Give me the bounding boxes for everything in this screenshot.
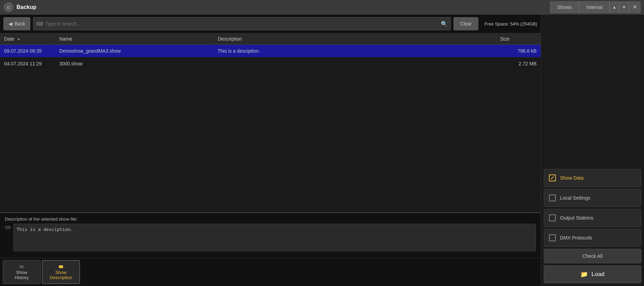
col-header-size[interactable]: Size (496, 33, 541, 45)
search-icon: 🔍 (441, 21, 448, 27)
show-description-label: ShowDescription (50, 270, 72, 280)
cell-size: 796.6 kB (496, 45, 541, 57)
close-button[interactable]: ✕ (629, 1, 641, 13)
show-description-icon-small (59, 264, 63, 269)
description-area: Description of the selected show file: ⌨ (0, 213, 541, 258)
top-bar: G Backup Shows Internal ▲ ▼ ✕ (0, 0, 644, 14)
description-textarea[interactable] (13, 224, 536, 251)
search-input-wrap: ⌨ 🔍 (33, 17, 451, 30)
table-row[interactable]: 09.07.2024 08:35 Demoshow_grandMA3.show … (0, 45, 541, 57)
check-all-button[interactable]: Check All (544, 249, 641, 263)
load-button[interactable]: 📁 Load (544, 265, 641, 283)
show-history-icon-small (20, 264, 24, 269)
checkmark-icon: ✓ (550, 175, 554, 181)
file-table-body: 09.07.2024 08:35 Demoshow_grandMA3.show … (0, 45, 541, 70)
file-table: Date ▼ Name Description Size 09.07.2024 … (0, 33, 541, 70)
free-space-label: Free Space: 54% (254GB) (485, 21, 537, 27)
col-header-date[interactable]: Date ▼ (0, 33, 55, 45)
back-label: Back (14, 21, 25, 27)
dmx-protocols-checkbox[interactable] (549, 234, 556, 241)
cell-name: 3000.show (55, 57, 214, 70)
table-row[interactable]: 04.07.2024 11:29 3000.show 2.72 MB (0, 57, 541, 70)
dropdown-arrow-button-2[interactable]: ▼ (619, 1, 629, 13)
sort-arrow-icon: ▼ (17, 38, 20, 41)
output-stations-label: Output Stations (560, 215, 593, 221)
shows-tab-button[interactable]: Shows (550, 1, 579, 13)
col-header-desc[interactable]: Description (214, 33, 496, 45)
dmx-protocols-row[interactable]: DMX Protocols (544, 229, 641, 247)
cell-date: 04.07.2024 11:29 (0, 57, 55, 70)
cell-description: This is a desciption. (214, 45, 496, 57)
show-description-button[interactable]: ShowDescription (42, 260, 80, 284)
cell-description (214, 57, 496, 70)
cell-name: Demoshow_grandMA3.show (55, 45, 214, 57)
cell-size: 2.72 MB (496, 57, 541, 70)
show-data-label: Show Data (560, 175, 583, 181)
show-data-row[interactable]: ✓ Show Data (544, 169, 641, 187)
main-layout: ◀ Back ⌨ 🔍 Clear Free Space: 54% (254GB)… (0, 14, 644, 286)
show-history-label: ShowHistory (15, 270, 29, 280)
load-label: Load (591, 271, 604, 277)
file-table-area: Date ▼ Name Description Size 09.07.2024 … (0, 33, 541, 213)
dropdown-arrow-button[interactable]: ▲ (610, 1, 619, 13)
local-settings-checkbox[interactable] (549, 194, 556, 201)
dmx-protocols-label: DMX Protocols (560, 235, 592, 241)
show-history-button[interactable]: ShowHistory (3, 260, 41, 284)
back-arrow-icon: ◀ (9, 21, 12, 27)
right-panel: ✓ Show Data Local Settings Output Statio… (541, 14, 644, 286)
keyboard-icon: ⌨ (36, 21, 43, 27)
internal-tab-button[interactable]: Internal (579, 1, 610, 13)
search-input[interactable] (45, 21, 439, 27)
keyboard-small-icon: ⌨ (5, 225, 11, 230)
description-label: Description of the selected show file: (5, 216, 536, 222)
back-button[interactable]: ◀ Back (3, 17, 30, 30)
local-settings-label: Local Settings (560, 195, 590, 201)
cell-date: 09.07.2024 08:35 (0, 45, 55, 57)
description-text-wrap: ⌨ (5, 224, 536, 251)
folder-icon: 📁 (580, 271, 588, 278)
table-header-row: Date ▼ Name Description Size (0, 33, 541, 45)
app-logo: G (3, 2, 14, 12)
window-title: Backup (17, 4, 550, 10)
right-spacer (541, 14, 644, 168)
svg-text:G: G (7, 5, 10, 10)
bottom-buttons: ShowHistory ShowDescription (0, 258, 541, 286)
output-stations-row[interactable]: Output Stations (544, 209, 641, 227)
content-area: ◀ Back ⌨ 🔍 Clear Free Space: 54% (254GB)… (0, 14, 541, 286)
col-header-name[interactable]: Name (55, 33, 214, 45)
local-settings-row[interactable]: Local Settings (544, 189, 641, 207)
search-bar: ◀ Back ⌨ 🔍 Clear Free Space: 54% (254GB) (0, 14, 541, 33)
output-stations-checkbox[interactable] (549, 214, 556, 221)
show-data-checkbox[interactable]: ✓ (549, 174, 556, 181)
clear-button[interactable]: Clear (454, 17, 478, 30)
